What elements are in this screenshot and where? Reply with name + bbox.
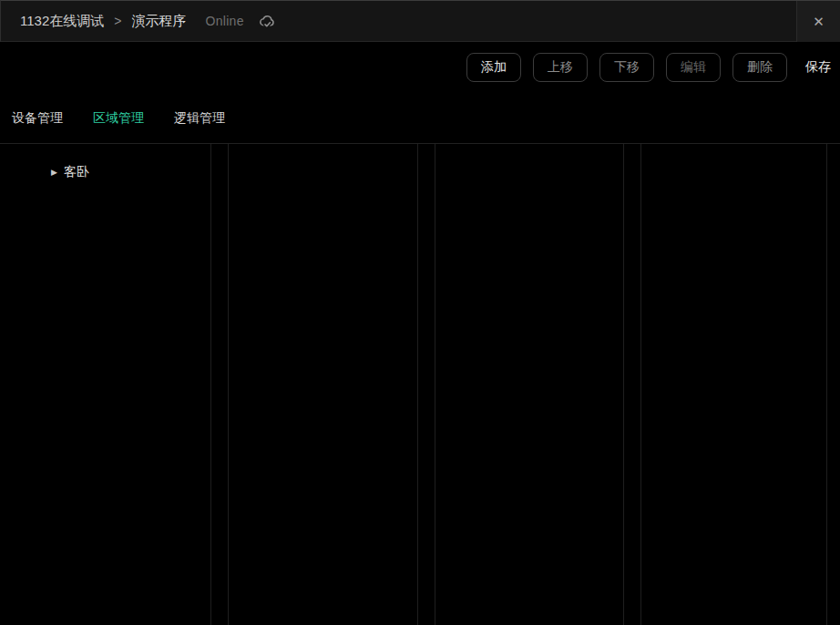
cloud-check-icon bbox=[258, 12, 276, 30]
panel-gap bbox=[624, 144, 640, 625]
tree-node-guest-bedroom[interactable]: ▶ 客卧 bbox=[0, 161, 210, 183]
save-button[interactable]: 保存 bbox=[805, 59, 835, 76]
tab-device-management[interactable]: 设备管理 bbox=[12, 110, 63, 127]
panel-gap bbox=[418, 144, 435, 625]
breadcrumb-separator: > bbox=[114, 14, 121, 28]
toolbar: 添加 上移 下移 编辑 删除 保存 bbox=[0, 42, 840, 93]
add-button[interactable]: 添加 bbox=[466, 53, 521, 82]
delete-button[interactable]: 删除 bbox=[732, 53, 787, 82]
empty-panel-4 bbox=[640, 144, 827, 625]
close-icon: ✕ bbox=[813, 14, 825, 30]
empty-panel-2 bbox=[228, 144, 418, 625]
panel-gap bbox=[211, 144, 228, 625]
area-tree-panel: ▶ 客卧 bbox=[0, 144, 211, 625]
edit-button[interactable]: 编辑 bbox=[666, 53, 721, 82]
title-bar: 1132在线调试 > 演示程序 Online ✕ bbox=[0, 0, 840, 42]
empty-panel-3 bbox=[435, 144, 624, 625]
caret-right-icon[interactable]: ▶ bbox=[51, 169, 57, 177]
move-down-button[interactable]: 下移 bbox=[599, 53, 654, 82]
close-button[interactable]: ✕ bbox=[796, 1, 840, 42]
breadcrumb-root[interactable]: 1132在线调试 bbox=[20, 13, 104, 30]
main-content: ▶ 客卧 bbox=[0, 144, 840, 625]
tab-bar: 设备管理 区域管理 逻辑管理 bbox=[0, 93, 840, 144]
tree-node-label: 客卧 bbox=[64, 164, 89, 180]
tab-logic-management[interactable]: 逻辑管理 bbox=[174, 110, 225, 127]
online-status-label: Online bbox=[205, 14, 243, 28]
breadcrumb-current: 演示程序 bbox=[131, 13, 186, 30]
move-up-button[interactable]: 上移 bbox=[533, 53, 588, 82]
tab-area-management[interactable]: 区域管理 bbox=[93, 110, 144, 127]
